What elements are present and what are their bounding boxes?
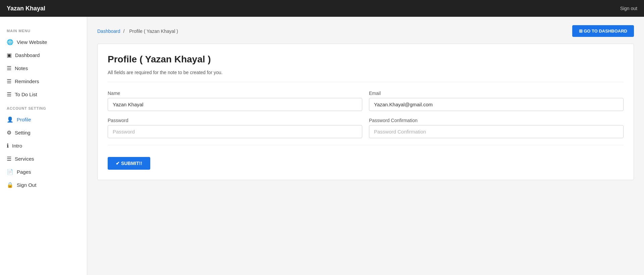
sidebar-item-reminders[interactable]: ☰ Reminders: [0, 75, 87, 88]
divider-bottom: [108, 145, 624, 145]
name-label: Name: [108, 91, 362, 96]
submit-button[interactable]: ✔ SUBMIT!!: [108, 157, 150, 170]
sidebar-label-services: Services: [15, 156, 34, 162]
globe-icon: 🌐: [7, 39, 13, 45]
sidebar-label-setting: Setting: [15, 130, 31, 135]
password-confirm-label: Password Confirmation: [369, 118, 624, 123]
breadcrumb-separator: /: [123, 29, 124, 34]
go-to-dashboard-button[interactable]: ⊞ GO TO DASHBOARD: [572, 25, 634, 37]
sidebar-item-intro[interactable]: ℹ Intro: [0, 139, 87, 152]
form-row-password: Password Password Confirmation: [108, 118, 624, 138]
sidebar-item-profile[interactable]: 👤 Profile: [0, 113, 87, 126]
name-input[interactable]: [108, 98, 362, 111]
sidebar-label-notes: Notes: [15, 65, 28, 71]
sidebar-label-todo: To Do List: [15, 92, 37, 97]
form-group-password: Password: [108, 118, 362, 138]
sidebar-item-view-website[interactable]: 🌐 View Website: [0, 36, 87, 49]
sidebar-label-reminders: Reminders: [15, 78, 39, 84]
form-group-name: Name: [108, 91, 362, 111]
reminders-icon: ☰: [7, 78, 11, 85]
info-icon: ℹ: [7, 143, 9, 149]
lock-icon: 🔒: [7, 182, 13, 188]
pages-icon: 📄: [7, 169, 13, 175]
email-label: Email: [369, 91, 624, 96]
dashboard-icon: ▣: [7, 52, 12, 58]
profile-icon: 👤: [7, 116, 13, 123]
main-menu-label: MAIN MENU: [0, 27, 87, 36]
password-confirm-input[interactable]: [369, 125, 624, 138]
profile-title: Profile ( Yazan Khayal ): [108, 54, 624, 65]
form-actions: ✔ SUBMIT!!: [108, 154, 624, 170]
sidebar-item-todo[interactable]: ☰ To Do List: [0, 88, 87, 101]
notes-icon: ☰: [7, 65, 11, 71]
sidebar-label-pages: Pages: [17, 169, 31, 175]
email-input[interactable]: [369, 98, 624, 111]
form-group-password-confirm: Password Confirmation: [369, 118, 624, 138]
sidebar-label-profile: Profile: [17, 117, 31, 122]
sidebar-item-signout[interactable]: 🔒 Sign Out: [0, 178, 87, 191]
breadcrumb-current: Profile ( Yazan Khayal ): [129, 29, 178, 34]
navbar: Yazan Khayal Sign out: [0, 0, 644, 17]
form-group-email: Email: [369, 91, 624, 111]
services-icon: ☰: [7, 156, 11, 162]
sidebar-item-notes[interactable]: ☰ Notes: [0, 62, 87, 75]
signout-link[interactable]: Sign out: [620, 6, 637, 11]
app-brand: Yazan Khayal: [7, 5, 45, 12]
password-input[interactable]: [108, 125, 362, 138]
sidebar-label-signout: Sign Out: [17, 182, 36, 188]
sidebar-item-pages[interactable]: 📄 Pages: [0, 165, 87, 178]
sidebar-item-dashboard[interactable]: ▣ Dashboard: [0, 49, 87, 62]
form-row-name-email: Name Email: [108, 91, 624, 111]
profile-notice: All fields are required for the note to …: [108, 70, 624, 75]
sidebar: MAIN MENU 🌐 View Website ▣ Dashboard ☰ N…: [0, 17, 87, 275]
sidebar-label-dashboard: Dashboard: [15, 52, 40, 58]
profile-card: Profile ( Yazan Khayal ) All fields are …: [97, 44, 634, 180]
sidebar-item-services[interactable]: ☰ Services: [0, 152, 87, 165]
main-content: Dashboard / Profile ( Yazan Khayal ) ⊞ G…: [87, 17, 644, 275]
sidebar-item-setting[interactable]: ⚙ Setting: [0, 126, 87, 139]
sidebar-label-intro: Intro: [12, 143, 22, 149]
todo-icon: ☰: [7, 91, 11, 98]
breadcrumb: Dashboard / Profile ( Yazan Khayal ): [97, 29, 180, 34]
breadcrumb-home[interactable]: Dashboard: [97, 29, 120, 34]
gear-icon: ⚙: [7, 129, 11, 136]
sidebar-label-view-website: View Website: [17, 39, 47, 45]
top-bar: Dashboard / Profile ( Yazan Khayal ) ⊞ G…: [97, 25, 634, 37]
password-label: Password: [108, 118, 362, 123]
divider: [108, 82, 624, 82]
account-setting-label: ACCOUNT SETTING: [0, 104, 87, 113]
